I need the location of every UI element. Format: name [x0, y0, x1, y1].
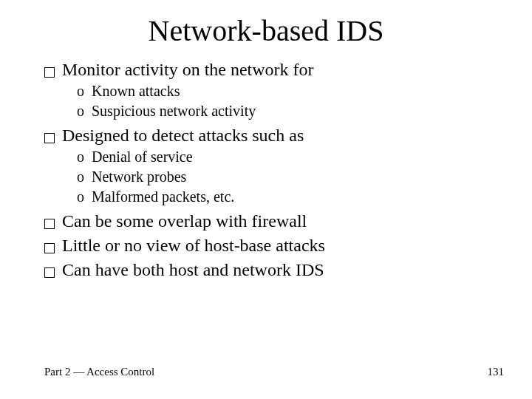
circle-bullet-icon: o: [77, 81, 84, 101]
page-number: 131: [488, 366, 505, 378]
list-item: o Malformed packets, etc.: [77, 187, 502, 207]
circle-bullet-icon: o: [77, 167, 84, 187]
footer-section-label: Part 2 — Access Control: [44, 366, 154, 378]
list-item: o Suspicious network activity: [77, 101, 502, 121]
list-item: Little or no view of host-base attacks: [44, 236, 502, 256]
slide-body: Monitor activity on the network for o Kn…: [0, 60, 532, 280]
square-bullet-icon: [44, 267, 55, 278]
list-item-label: Can be some overlap with firewall: [62, 211, 307, 231]
list-item-label: Little or no view of host-base attacks: [62, 236, 325, 256]
square-bullet-icon: [44, 133, 55, 143]
circle-bullet-icon: o: [77, 101, 84, 121]
list-item: o Network probes: [77, 167, 502, 187]
circle-bullet-icon: o: [77, 147, 84, 167]
list-item: o Known attacks: [77, 81, 502, 101]
list-item: Designed to detect attacks such as: [44, 126, 502, 146]
list-item: o Denial of service: [77, 147, 502, 167]
list-item-label: Monitor activity on the network for: [62, 60, 314, 80]
circle-bullet-icon: o: [77, 187, 84, 207]
square-bullet-icon: [44, 219, 55, 229]
list-item: Monitor activity on the network for: [44, 60, 502, 80]
sub-list: o Known attacks o Suspicious network act…: [44, 81, 502, 121]
square-bullet-icon: [44, 67, 55, 78]
list-item-label: Suspicious network activity: [92, 101, 256, 121]
slide-title: Network-based IDS: [0, 0, 532, 55]
list-item-label: Network probes: [92, 167, 186, 187]
list-item: Can be some overlap with firewall: [44, 211, 502, 231]
list-item-label: Denial of service: [92, 147, 193, 167]
sub-list: o Denial of service o Network probes o M…: [44, 147, 502, 207]
list-item-label: Known attacks: [92, 81, 180, 101]
square-bullet-icon: [44, 243, 55, 253]
list-item: Can have both host and network IDS: [44, 260, 502, 280]
list-item-label: Designed to detect attacks such as: [62, 126, 304, 146]
list-item-label: Can have both host and network IDS: [62, 260, 324, 280]
list-item-label: Malformed packets, etc.: [92, 187, 234, 207]
